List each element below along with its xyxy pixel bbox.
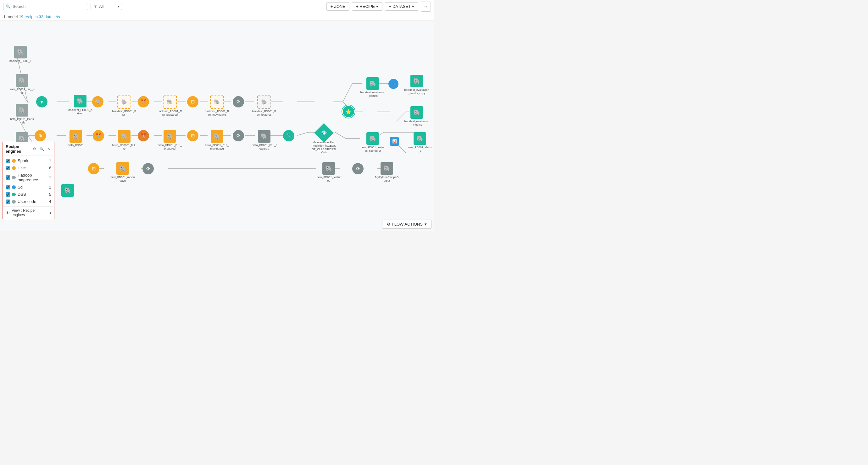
svg-line-36	[335, 132, 346, 139]
legend-label-0: Spark	[18, 158, 47, 163]
legend-rows: Spark 1 Hive 6 Hadoop mapreduce 1 Sql 2 …	[3, 156, 54, 206]
legend-settings-icon[interactable]: ⚙	[32, 146, 37, 152]
node-teal-bottom[interactable]: 🐘	[61, 184, 74, 197]
recipe-histo-window[interactable]: ⊟	[187, 130, 198, 141]
recipe-icon: ⟳	[233, 130, 244, 141]
legend-check-0[interactable]	[6, 159, 10, 163]
ds-backtest-features[interactable]: 🐘 backtest_FD001_RUI_features	[252, 95, 277, 117]
recipe-prepare1[interactable]: ✂️	[138, 96, 149, 107]
flow-actions-button[interactable]: ⚙ FLOW ACTIONS ▾	[382, 220, 432, 229]
legend-check-3[interactable]	[6, 185, 10, 190]
node-backtest-extract[interactable]: 🐘 backtest_FD001_extract	[68, 95, 93, 115]
dataset-icon: 🐘	[16, 104, 28, 117]
recipe-backtest-fd001-rui[interactable]: 🐘	[92, 96, 103, 107]
legend-dot-5	[12, 200, 16, 204]
legend-row: Sql 2	[3, 184, 54, 191]
recipe-star[interactable]: ⭐	[342, 105, 355, 118]
add-zone-button[interactable]: + ZONE	[327, 2, 349, 11]
node-join[interactable]: ⊕	[35, 130, 46, 141]
node-train-fd001[interactable]: 🐘 train_FD001_orig_nds	[9, 74, 35, 95]
search-input[interactable]	[12, 4, 82, 9]
node-label: histo_FD001_RUI_movingavg	[205, 143, 229, 151]
legend-search-icon[interactable]: 🔍	[38, 146, 45, 152]
recipe-histo-prepare[interactable]: ✂️	[138, 130, 149, 141]
ds-backtest-eval-results[interactable]: 🐘 backtest_evaluation_results	[360, 77, 385, 98]
recipe-icon: ⊟	[88, 163, 99, 174]
recipe-histo-failure[interactable]: ✂️	[93, 130, 104, 141]
legend-footer-dropdown[interactable]: ▾	[50, 211, 51, 214]
flow-connections	[0, 21, 434, 231]
legend-dot-0	[12, 159, 16, 163]
ds-backtest-eval-metrics[interactable]: 🐘 backtest_evaluation_metrics	[404, 106, 429, 127]
dataset-icon: 🐘	[16, 74, 28, 87]
ds-new-features[interactable]: 🐘 new_FD001_features	[316, 162, 341, 182]
flow-actions-arrow: ▾	[425, 222, 427, 227]
ds-new-fd001-alerts[interactable]: 🐘 new_FD001_alerts_3	[407, 132, 432, 153]
recipe-alert[interactable]: 📊	[390, 137, 399, 146]
legend-check-5[interactable]	[6, 200, 10, 204]
ds-new-movingavg[interactable]: 🐘 new_FD001_movingavg	[110, 162, 135, 182]
legend-panel: Recipe engines ⚙ 🔍 ✕ Spark 1 Hive 6 Hado…	[2, 142, 54, 219]
recipe-python3[interactable]: ⟳	[143, 163, 154, 174]
ds-backtest-fd001-rui[interactable]: 🐘 backtest_FD001_RUI_	[112, 95, 137, 117]
legend-dot-2	[12, 176, 16, 179]
ds-histo-prepared[interactable]: 🐘 histo_FD001_RUI_prepared	[157, 130, 182, 151]
legend-dot-4	[12, 193, 16, 196]
svg-line-45	[343, 84, 352, 102]
legend-check-2[interactable]	[6, 175, 10, 180]
node-label: backtest_FD001_RUI_	[112, 110, 137, 117]
ds-new-fd001-features-scored[interactable]: 🐘 new_FD001_features_scored_2	[360, 132, 385, 153]
ds-backtest-prepared[interactable]: 🐘 backtest_FD001_RUI_prepared	[157, 95, 182, 117]
dataset-icon: 🐘	[322, 162, 335, 175]
node-model[interactable]: 💎 Maintenance Plan Prediction (XGBOOST_C…	[311, 126, 337, 154]
node-filter[interactable]: ▼	[36, 96, 48, 107]
dataset-icon: 🐘	[74, 95, 87, 107]
legend-row: Hive 6	[3, 164, 54, 171]
legend-row: DSS 5	[3, 191, 54, 198]
legend-count-3: 2	[49, 185, 51, 190]
ds-mypython-output[interactable]: 🐘 MyPythonRecipeOutput	[374, 162, 399, 182]
node-label: hsto_FD001_Parts_nds	[9, 118, 35, 125]
model-icon: 💎	[314, 123, 334, 143]
legend-count-0: 1	[49, 158, 51, 163]
node-label: backtest_evaluation_results_copy	[404, 88, 429, 95]
ds-histo-failure[interactable]: 🐘 histo_FD0001_failure	[112, 130, 137, 151]
legend-header: Recipe engines ⚙ 🔍 ✕	[3, 142, 54, 156]
model-label: model	[7, 14, 19, 19]
legend-title: Recipe engines	[6, 144, 31, 154]
node-label: train_FD001_orig_nds	[9, 88, 35, 95]
add-recipe-label: + RECIPE	[356, 4, 375, 9]
dataset-icon: 🐘	[116, 162, 129, 175]
legend-check-4[interactable]	[6, 192, 10, 197]
node-hsto-fd001-parts1[interactable]: 🐘 hsto_FD001_Parts_nds	[9, 104, 35, 125]
ds-histo-movingavg[interactable]: 🐘 histo_FD001_RUI_movingavg	[205, 130, 229, 151]
ds-histo-features[interactable]: 🐘 histo_FD001_RUI_features	[252, 130, 277, 151]
add-recipe-button[interactable]: + RECIPE ▾	[352, 2, 382, 11]
add-dataset-button[interactable]: + DATASET ▾	[385, 2, 418, 11]
legend-row: Spark 1	[3, 157, 54, 164]
flow-canvas[interactable]: 🐘 backtest_FD00_1 🐘 train_FD001_orig_nds…	[0, 21, 434, 231]
ds-histo-fd001[interactable]: 🐘 histo_FD001	[68, 130, 84, 147]
recipe-window3[interactable]: ⊟	[88, 163, 99, 174]
filter-box[interactable]: ▼ All ▾	[91, 3, 122, 10]
recipe-python1[interactable]: ⟳	[233, 96, 244, 107]
dataset-icon: 🐘	[380, 162, 393, 175]
recipe-icon: 🐘	[92, 96, 103, 107]
legend-close-icon[interactable]: ✕	[46, 146, 51, 152]
node-label: histo_FD001_RUI_prepared	[157, 143, 182, 151]
recipe-icon: ⊕	[35, 130, 46, 141]
recipe-train[interactable]: 🔧	[283, 130, 294, 141]
recipe-python4[interactable]: ⟳	[352, 163, 364, 174]
ds-backtest-eval-results-copy[interactable]: 🐘 backtest_evaluation_results_copy	[404, 75, 429, 95]
legend-check-1[interactable]	[6, 166, 10, 170]
node-backtest-fd00-1[interactable]: 🐘 backtest_FD00_1	[9, 46, 32, 63]
search-box[interactable]: 🔍	[3, 3, 88, 10]
dataset-count: 32	[39, 14, 43, 19]
recipe-copy[interactable]: →	[389, 79, 399, 89]
ds-backtest-movingavg[interactable]: 🐘 backtest_FD001_RUI_movingavg	[205, 95, 229, 117]
legend-footer[interactable]: 👁 View : Recipe engines ▾	[3, 206, 54, 219]
recipe-window1[interactable]: ⊟	[187, 96, 198, 107]
back-button[interactable]: →	[421, 2, 431, 12]
recipe-histo-python[interactable]: ⟳	[233, 130, 244, 141]
recipe-icon: ✂️	[138, 130, 149, 141]
